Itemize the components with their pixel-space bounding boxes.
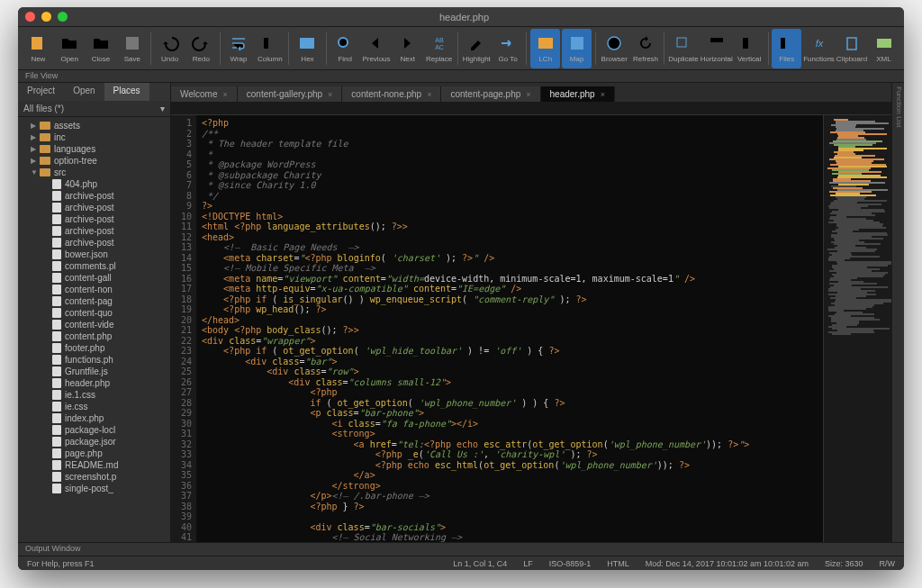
fx-icon: fx [809,33,829,53]
file-item[interactable]: page.php [18,448,170,459]
file-filter[interactable]: All files (*) ▾ [18,101,170,117]
file-item[interactable]: archive-post [18,190,170,202]
file-item[interactable]: index.php [18,412,170,424]
toolbar-find-button[interactable]: Find [330,29,360,68]
toolbar-lch-button[interactable]: LChLCh [530,29,560,68]
toolbar-replace-button[interactable]: ABACReplace [424,29,454,68]
file-icon [52,448,61,458]
output-window-label[interactable]: Output Window [18,542,904,556]
file-icon [52,226,61,236]
file-item[interactable]: header.php [18,377,170,389]
toolbar-wrap-button[interactable]: Wrap [224,29,254,68]
file-item[interactable]: footer.php [18,342,170,354]
file-icon [52,261,61,271]
close-icon [91,33,111,53]
toolbar-close-button[interactable]: Close [86,29,116,68]
toolbar-clipboard-button[interactable]: Clipboard [836,29,867,68]
editor-tab[interactable]: content-page.php× [441,86,540,102]
file-item[interactable]: ie.1.css [18,389,170,401]
file-icon [52,285,61,294]
file-item[interactable]: screenshot.p [18,471,170,483]
wrap-icon [229,33,249,53]
editor-tab[interactable]: Welcome× [171,86,238,102]
close-tab-icon[interactable]: × [526,90,530,99]
toolbar-map-button[interactable]: Map [562,29,592,68]
toolbar-undo-button[interactable]: Undo [155,29,185,68]
toolbar-save-button[interactable]: Save [117,29,147,68]
xml-icon: </> [874,33,894,53]
file-item[interactable]: README.md [18,459,170,471]
svg-rect-4 [264,38,268,49]
file-item[interactable]: archive-post [18,237,170,249]
toolbar-browser-button[interactable]: Browser [600,29,629,68]
svg-rect-30: </> [877,39,891,48]
toolbar-open-button[interactable]: Open [55,29,85,68]
toolbar-hex-button[interactable]: 0101Hex [293,29,322,68]
file-item[interactable]: archive-post [18,202,170,213]
close-tab-icon[interactable]: × [328,90,332,99]
file-item[interactable]: content-vide [18,319,170,330]
folder-item[interactable]: ▼src [18,167,170,178]
goto-icon [498,33,518,53]
file-item[interactable]: functions.ph [18,354,170,366]
toolbar-previous-button[interactable]: Previous [362,29,392,68]
file-item[interactable]: content-pag [18,295,170,307]
status-encoding: ISO-8859-1 [549,559,592,568]
file-item[interactable]: content-gall [18,272,170,284]
code-content[interactable]: <?php /** * The header template file * *… [196,115,823,542]
file-item[interactable]: ie.css [18,401,170,412]
folder-icon [40,145,50,153]
folder-item[interactable]: ▶option-tree [18,155,170,167]
toolbar-new-button[interactable]: New [23,29,53,68]
file-item[interactable]: bower.json [18,249,170,260]
toolbar-refresh-button[interactable]: Refresh [631,29,661,68]
file-icon [52,273,61,283]
close-tab-icon[interactable]: × [601,90,605,99]
toolbar-redo-button[interactable]: Redo [186,29,216,68]
sidebar-tab-project[interactable]: Project [18,83,64,101]
browser-icon [604,33,624,53]
files-icon [777,33,797,53]
toolbar-duplicate-button[interactable]: Duplicate [668,29,698,68]
editor-tab[interactable]: header.php× [541,86,615,102]
toolbar-column-button[interactable]: Column [255,29,285,68]
toolbar-vertical-button[interactable]: Vertical [735,29,764,68]
find-icon [335,33,355,53]
file-item[interactable]: comments.pl [18,260,170,272]
toolbar-next-button[interactable]: Next [393,29,422,68]
file-item[interactable]: 404.php [18,178,170,190]
close-tab-icon[interactable]: × [427,90,431,99]
next-icon [398,33,418,53]
sidebar-tab-open[interactable]: Open [64,83,104,101]
close-tab-icon[interactable]: × [223,90,228,99]
file-item[interactable]: package.jsor [18,436,170,448]
editor-tab[interactable]: content-none.php× [342,86,441,102]
toolbar-functions-button[interactable]: fxFunctions [803,29,835,68]
sidebar-tab-places[interactable]: Places [104,83,149,101]
file-icon [52,203,61,213]
replace-icon: ABAC [429,33,449,53]
file-item[interactable]: archive-post [18,213,170,225]
editor-tab[interactable]: content-gallery.php× [238,86,343,102]
toolbar-horizontal-button[interactable]: Horizontal [701,29,733,68]
code-area[interactable]: 1234567891011121314151617181920212223242… [171,115,904,542]
toolbar-go to-button[interactable]: Go To [493,29,523,68]
folder-item[interactable]: ▶assets [18,120,170,131]
file-item[interactable]: content.php [18,330,170,342]
toolbar-highlight-button[interactable]: Highlight [462,29,492,68]
folder-item[interactable]: ▶languages [18,143,170,155]
toolbar-xml-button[interactable]: </>XML [869,29,899,68]
file-item[interactable]: single-post_ [18,483,170,494]
file-item[interactable]: content-quo [18,307,170,319]
file-item[interactable]: archive-post [18,225,170,237]
file-item[interactable]: Gruntfile.js [18,366,170,377]
save-icon [122,33,142,53]
function-list-strip[interactable]: Function List [891,83,904,542]
toolbar-files-button[interactable]: Files [772,29,801,68]
redo-icon [191,33,211,53]
folder-item[interactable]: ▶inc [18,131,170,143]
file-item[interactable]: content-non [18,284,170,295]
file-icon [52,366,61,376]
file-item[interactable]: package-locl [18,424,170,436]
map-icon [567,33,587,53]
